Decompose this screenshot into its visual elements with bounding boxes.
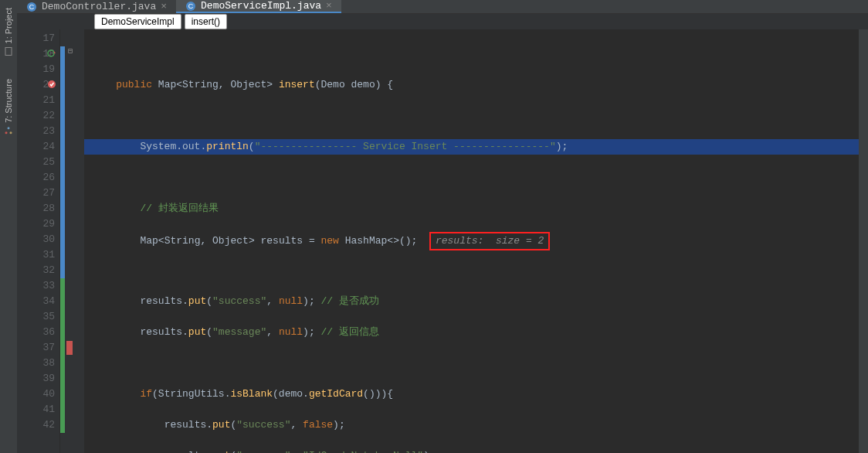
tool-window-structure-label: 7: Structure — [4, 79, 13, 123]
line-number: 26 — [17, 170, 55, 186]
code-line — [84, 170, 868, 186]
tab-demoserviceimpl[interactable]: C DemoServiceImpl.java × — [176, 0, 341, 13]
code-editor[interactable]: 17 18 19 20 21 22 23 24 25 26 27 28 29 3… — [17, 29, 868, 453]
code-line — [84, 263, 868, 278]
line-number: 23 — [17, 124, 55, 139]
line-number: 38 — [17, 356, 55, 371]
svg-point-9 — [48, 80, 56, 88]
svg-text:C: C — [188, 2, 194, 10]
fold-toggle-icon[interactable]: ⊟ — [68, 46, 73, 56]
line-number: 20 — [17, 77, 55, 93]
structure-icon — [4, 126, 13, 135]
breadcrumb: DemoServiceImpl insert() — [17, 14, 868, 29]
line-number: 32 — [17, 263, 55, 278]
vcs-modified-strip — [60, 46, 65, 278]
code-text-area[interactable]: public Map<String, Object> insert(Demo d… — [84, 29, 868, 453]
project-icon — [4, 46, 13, 56]
tab-label: DemoServiceImpl.java — [201, 0, 321, 12]
line-number: 31 — [17, 247, 55, 263]
line-number: 27 — [17, 186, 55, 201]
line-number: 28 — [17, 201, 55, 216]
svg-point-8 — [48, 50, 54, 56]
close-icon[interactable]: × — [326, 0, 332, 12]
svg-point-2 — [8, 128, 10, 130]
code-line: results.put("message", "IdCard Not be Nu… — [84, 448, 868, 453]
code-line: // 封装返回结果 — [84, 201, 868, 216]
svg-point-1 — [5, 132, 8, 135]
code-line: results.put("success", false); — [84, 417, 868, 433]
svg-point-3 — [10, 132, 12, 135]
line-number: 42 — [17, 417, 55, 433]
debug-inlay-hint: results: size = 2 — [429, 232, 550, 250]
svg-rect-0 — [5, 47, 12, 55]
line-number: 24 — [17, 139, 55, 155]
vcs-added-strip — [60, 278, 65, 433]
line-number-gutter: 17 18 19 20 21 22 23 24 25 26 27 28 29 3… — [17, 29, 59, 453]
breakpoint-icon[interactable] — [47, 80, 56, 89]
tool-window-project-label: 1: Project — [4, 8, 13, 43]
change-markers: ⊟ — [59, 29, 84, 453]
line-number: 37 — [17, 340, 55, 356]
line-number: 22 — [17, 108, 55, 124]
tool-window-structure[interactable]: 7: Structure — [4, 79, 13, 135]
line-number: 40 — [17, 387, 55, 402]
line-number: 25 — [17, 155, 55, 170]
line-number: 35 — [17, 309, 55, 325]
code-line-current: System.out.println("---------------- Ser… — [84, 139, 868, 155]
tab-democontroller[interactable]: C DemoController.java × — [17, 0, 176, 13]
tool-window-bar: 1: Project 7: Structure — [0, 0, 17, 453]
tool-window-project[interactable]: 1: Project — [4, 8, 13, 56]
line-number: 29 — [17, 216, 55, 232]
code-line: results.put("message", null); // 返回信息 — [84, 325, 868, 340]
line-number: 39 — [17, 371, 55, 387]
override-icon[interactable] — [47, 49, 56, 58]
java-class-icon: C — [26, 2, 37, 12]
line-number: 18 — [17, 46, 55, 62]
line-number: 36 — [17, 325, 55, 340]
line-number: 34 — [17, 294, 55, 309]
code-line: public Map<String, Object> insert(Demo d… — [84, 77, 868, 93]
code-line: Map<String, Object> results = new HashMa… — [84, 232, 868, 247]
code-line — [84, 108, 868, 124]
scrollbar-track[interactable] — [859, 29, 868, 453]
line-number: 21 — [17, 93, 55, 108]
line-number: 41 — [17, 402, 55, 417]
svg-text:C: C — [29, 3, 35, 11]
execution-point-marker — [66, 341, 73, 355]
close-icon[interactable]: × — [161, 1, 167, 12]
line-number: 19 — [17, 62, 55, 77]
code-line: results.put("success", null); // 是否成功 — [84, 294, 868, 309]
editor-tabs: C DemoController.java × C DemoServiceImp… — [17, 0, 868, 14]
line-number: 30 — [17, 232, 55, 247]
line-number: 33 — [17, 278, 55, 294]
line-number: 17 — [17, 31, 55, 46]
tab-label: DemoController.java — [42, 1, 156, 12]
code-line — [84, 46, 868, 62]
breadcrumb-class[interactable]: DemoServiceImpl — [94, 14, 181, 29]
code-line — [84, 356, 868, 371]
code-line: if(StringUtils.isBlank(demo.getIdCard())… — [84, 387, 868, 402]
breadcrumb-method[interactable]: insert() — [185, 14, 227, 29]
java-class-icon: C — [185, 1, 196, 12]
